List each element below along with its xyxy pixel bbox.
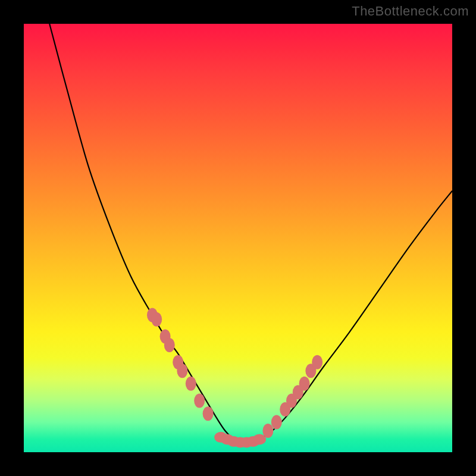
- watermark-text: TheBottleneck.com: [352, 4, 469, 19]
- marker-point: [164, 338, 175, 352]
- marker-cluster-left: [147, 308, 214, 421]
- marker-point: [262, 424, 273, 438]
- marker-point: [312, 355, 322, 369]
- bottleneck-curve: [49, 24, 452, 444]
- marker-cluster-right: [262, 355, 322, 438]
- marker-point: [203, 406, 214, 421]
- marker-point: [299, 377, 310, 391]
- marker-point: [186, 377, 196, 391]
- chart-svg: [24, 24, 452, 452]
- marker-point: [253, 434, 266, 444]
- marker-point: [271, 415, 282, 430]
- marker-point: [177, 364, 187, 378]
- plot-area: [24, 24, 452, 452]
- marker-point: [194, 394, 205, 408]
- marker-point: [151, 312, 162, 327]
- marker-cluster-bottom: [214, 432, 266, 448]
- chart-frame: TheBottleneck.com: [0, 0, 476, 476]
